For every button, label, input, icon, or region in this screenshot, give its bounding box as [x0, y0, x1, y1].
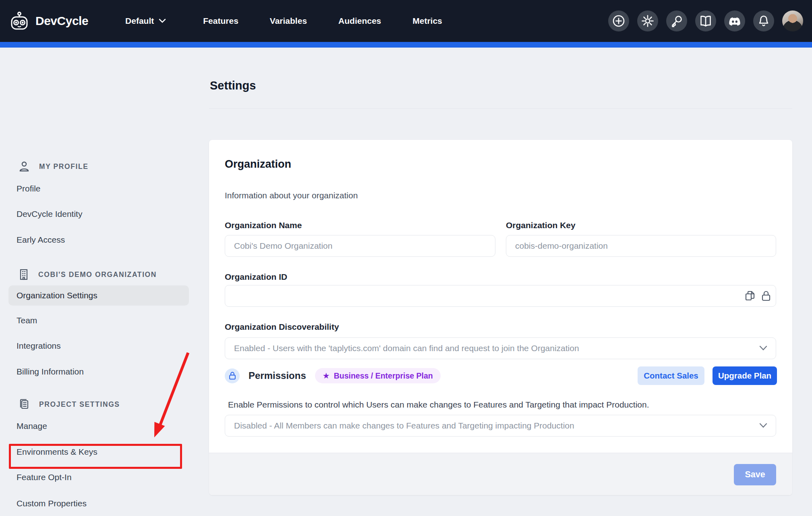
nav-links: Features Variables Audiences Metrics: [203, 16, 442, 26]
sidebar-heading-my-profile: MY PROFILE: [18, 160, 89, 173]
sidebar-item-manage[interactable]: Manage: [17, 421, 47, 431]
page-title: Settings: [210, 79, 256, 92]
org-discoverability-label: Organization Discoverability: [225, 322, 339, 332]
copy-icon[interactable]: [745, 290, 755, 302]
org-name-input[interactable]: Cobi's Demo Organization: [225, 235, 495, 257]
organization-card: Organization Information about your orga…: [209, 140, 792, 495]
lock-icon[interactable]: [761, 290, 771, 302]
card-footer: Save: [209, 453, 792, 495]
project-selector[interactable]: Default: [125, 16, 166, 26]
avatar[interactable]: [782, 10, 803, 31]
org-name-label: Organization Name: [225, 221, 302, 230]
plan-badge-label: Business / Enterprise Plan: [334, 371, 433, 381]
building-icon: [18, 268, 29, 281]
permissions-title: Permissions: [249, 370, 306, 381]
person-icon: [18, 160, 30, 173]
org-id-actions: [745, 285, 771, 307]
nav-link-metrics[interactable]: Metrics: [412, 16, 442, 26]
sidebar-item-feature-opt-in[interactable]: Feature Opt-In: [17, 472, 72, 482]
sidebar-item-environments-keys[interactable]: Environments & Keys: [17, 447, 97, 457]
organization-card-subtitle: Information about your organization: [225, 191, 358, 200]
sidebar-item-team[interactable]: Team: [17, 316, 37, 325]
star-icon: ★: [323, 372, 330, 380]
chevron-down-icon: [759, 423, 767, 428]
nav-link-features[interactable]: Features: [203, 16, 238, 26]
discord-button[interactable]: [724, 10, 745, 31]
settings-button[interactable]: [637, 10, 658, 31]
organization-card-title: Organization: [225, 158, 291, 171]
contact-sales-button[interactable]: Contact Sales: [638, 366, 704, 385]
sidebar-heading-organization: COBI'S DEMO ORGANIZATION: [18, 268, 157, 281]
discord-icon: [727, 14, 742, 28]
sidebar-item-custom-properties[interactable]: Custom Properties: [17, 499, 87, 508]
permissions-header: Permissions ★ Business / Enterprise Plan: [225, 368, 441, 383]
permissions-lock-badge: [225, 368, 240, 383]
project-selector-label: Default: [125, 16, 154, 26]
plus-circle-icon: [612, 14, 626, 28]
plan-badge[interactable]: ★ Business / Enterprise Plan: [315, 368, 441, 383]
book-icon: [699, 14, 713, 28]
nav-utility-icons: [608, 0, 803, 42]
top-navigation: DevCycle Default Features Variables Audi…: [0, 0, 812, 42]
org-id-input[interactable]: [225, 285, 776, 307]
org-discoverability-select[interactable]: Enabled - Users with the 'taplytics.com'…: [225, 337, 776, 359]
sidebar-item-profile[interactable]: Profile: [17, 184, 41, 194]
save-button[interactable]: Save: [734, 464, 776, 485]
sidebar-item-billing-information[interactable]: Billing Information: [17, 367, 84, 377]
key-icon: [670, 14, 684, 28]
permissions-select[interactable]: Disabled - All Members can make changes …: [225, 415, 776, 437]
settings-sidebar: MY PROFILE Profile DevCycle Identity Ear…: [0, 48, 193, 516]
docs-button[interactable]: [695, 10, 716, 31]
org-id-label: Organization ID: [225, 272, 287, 282]
robot-logo-icon: [9, 10, 30, 31]
title-divider: [209, 108, 792, 109]
create-button[interactable]: [608, 10, 629, 31]
sidebar-item-organization-settings[interactable]: Organization Settings: [8, 285, 189, 306]
permissions-description: Enable Permissions to control which User…: [228, 400, 649, 410]
bell-icon: [757, 14, 771, 28]
chevron-down-icon: [759, 345, 767, 351]
clipboard-icon: [18, 398, 30, 410]
upgrade-plan-button[interactable]: Upgrade Plan: [713, 366, 777, 385]
org-key-label: Organization Key: [506, 221, 576, 230]
api-keys-button[interactable]: [666, 10, 687, 31]
notifications-button[interactable]: [753, 10, 774, 31]
sidebar-item-integrations[interactable]: Integrations: [17, 341, 61, 351]
permissions-buttons: Contact Sales Upgrade Plan: [638, 366, 777, 385]
nav-link-audiences[interactable]: Audiences: [338, 16, 381, 26]
lock-icon: [228, 371, 236, 380]
devcycle-logo[interactable]: DevCycle: [9, 10, 88, 31]
chevron-down-icon: [159, 19, 166, 23]
sidebar-heading-project-settings: PROJECT SETTINGS: [18, 398, 120, 410]
sidebar-item-devcycle-identity[interactable]: DevCycle Identity: [17, 209, 82, 219]
nav-link-variables[interactable]: Variables: [270, 16, 307, 26]
org-key-input[interactable]: cobis-demo-organization: [506, 235, 776, 257]
accent-bar: [0, 42, 812, 48]
brand-name: DevCycle: [35, 14, 88, 28]
sidebar-item-early-access[interactable]: Early Access: [17, 235, 65, 245]
gear-icon: [641, 14, 655, 28]
